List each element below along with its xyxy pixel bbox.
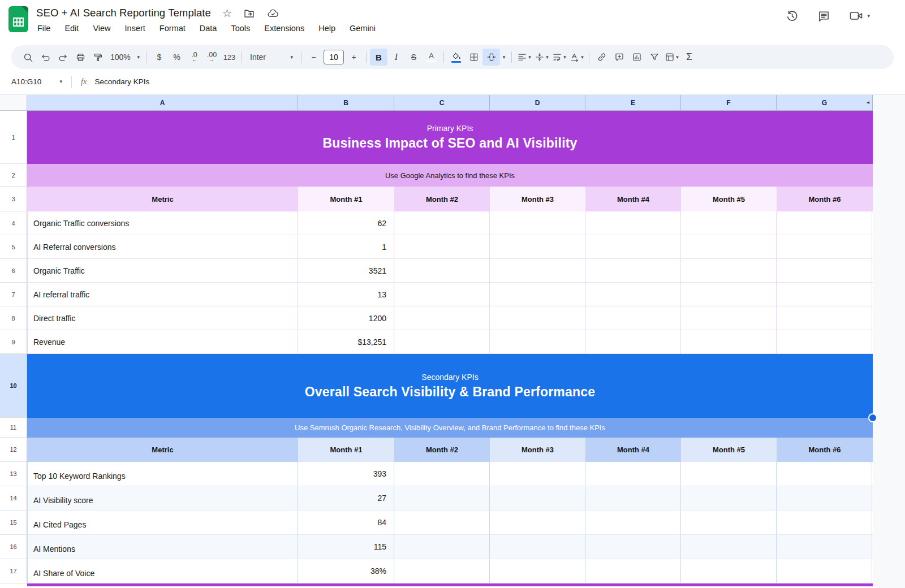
star-icon[interactable]: ☆: [222, 8, 232, 19]
metric-cell[interactable]: Organic Traffic: [27, 259, 298, 282]
header-cell-month5[interactable]: Month #5: [681, 187, 777, 211]
row-header-4[interactable]: 4: [0, 211, 27, 235]
column-header-c[interactable]: C: [394, 95, 490, 111]
menu-file[interactable]: File: [37, 24, 50, 33]
empty-cells[interactable]: [394, 486, 873, 510]
header-cell-month1[interactable]: Month #1: [298, 187, 394, 211]
bold-button[interactable]: B: [370, 49, 387, 66]
menu-edit[interactable]: Edit: [64, 24, 79, 33]
header-cell-metric[interactable]: Metric: [27, 438, 298, 462]
row-header-14[interactable]: 14: [0, 486, 27, 511]
menu-gemini[interactable]: Gemini: [350, 24, 376, 33]
selection-fill-handle[interactable]: [869, 414, 876, 421]
font-size-input[interactable]: 10: [324, 50, 344, 64]
decrease-decimal-button[interactable]: .0←: [186, 49, 203, 66]
menu-extensions[interactable]: Extensions: [264, 24, 304, 33]
text-wrap-button[interactable]: ▾: [550, 49, 568, 66]
menu-tools[interactable]: Tools: [231, 24, 250, 33]
insert-chart-button[interactable]: [628, 49, 645, 66]
merge-options-caret[interactable]: ▾: [500, 49, 508, 66]
menu-insert[interactable]: Insert: [125, 24, 145, 33]
column-header-a[interactable]: A: [27, 95, 298, 111]
value-cell[interactable]: $13,251: [298, 330, 394, 353]
empty-cells[interactable]: [394, 535, 873, 559]
metric-cell[interactable]: AI Referral conversions: [27, 235, 298, 258]
value-cell[interactable]: 1: [298, 235, 394, 258]
metric-cell[interactable]: Direct traffic: [27, 306, 298, 330]
print-button[interactable]: [72, 49, 89, 66]
value-cell[interactable]: 3521: [298, 259, 394, 282]
increase-font-size-button[interactable]: +: [345, 49, 363, 66]
row-header-5[interactable]: 5: [0, 235, 27, 259]
row-header-8[interactable]: 8: [0, 306, 27, 330]
insert-link-button[interactable]: [593, 49, 610, 66]
menu-help[interactable]: Help: [318, 24, 335, 33]
formula-input[interactable]: Secondary KPIs: [94, 77, 149, 86]
row-header-17[interactable]: 17: [0, 559, 27, 583]
format-percent-button[interactable]: %: [168, 49, 186, 66]
metric-cell[interactable]: AI referral traffic: [27, 283, 298, 306]
secondary-kpis-banner[interactable]: Secondary KPIs Overall Search Visibility…: [27, 354, 873, 418]
borders-button[interactable]: [465, 49, 482, 66]
format-currency-button[interactable]: $: [150, 49, 168, 66]
hidden-columns-indicator-icon[interactable]: ◂: [867, 100, 869, 105]
row-header-16[interactable]: 16: [0, 535, 27, 559]
paint-format-button[interactable]: [89, 49, 107, 66]
column-header-f[interactable]: F: [681, 95, 777, 111]
redo-button[interactable]: [54, 49, 72, 66]
empty-cells[interactable]: [394, 330, 873, 353]
menu-data[interactable]: Data: [200, 24, 217, 33]
metric-cell[interactable]: AI Share of Voice: [27, 559, 298, 583]
row-header-13[interactable]: 13: [0, 462, 27, 486]
insert-comment-button[interactable]: [610, 49, 628, 66]
increase-decimal-button[interactable]: .00→: [203, 49, 221, 66]
menu-view[interactable]: View: [93, 24, 110, 33]
text-rotation-button[interactable]: ▾: [568, 49, 585, 66]
italic-button[interactable]: I: [387, 49, 405, 66]
header-cell-month3[interactable]: Month #3: [490, 187, 585, 211]
zoom-select[interactable]: 100%▾: [107, 49, 143, 66]
header-cell-month4[interactable]: Month #4: [585, 438, 681, 462]
header-cell-month1[interactable]: Month #1: [298, 438, 394, 462]
move-folder-icon[interactable]: [243, 7, 255, 19]
header-cell-month4[interactable]: Month #4: [585, 187, 681, 211]
value-cell[interactable]: 84: [298, 511, 394, 534]
metric-cell[interactable]: AI Mentions: [27, 535, 298, 559]
empty-cells[interactable]: [394, 559, 873, 583]
header-cell-month2[interactable]: Month #2: [394, 187, 490, 211]
horizontal-align-button[interactable]: ▾: [515, 49, 533, 66]
header-cell-month5[interactable]: Month #5: [681, 438, 777, 462]
empty-cells[interactable]: [394, 235, 873, 258]
column-header-b[interactable]: B: [298, 95, 394, 111]
font-select[interactable]: Inter▾: [245, 49, 298, 66]
document-title[interactable]: SEO + AI Search Reporting Template: [36, 7, 211, 19]
name-box[interactable]: A10:G10 ▾: [7, 77, 67, 86]
header-cell-month2[interactable]: Month #2: [394, 438, 490, 462]
empty-cells[interactable]: [394, 511, 873, 534]
functions-button[interactable]: Σ: [680, 49, 698, 66]
metric-cell[interactable]: Top 10 Keyword Rankings: [27, 462, 298, 486]
vertical-align-button[interactable]: ▾: [533, 49, 550, 66]
row-header-15[interactable]: 15: [0, 511, 27, 535]
row-header-3[interactable]: 3: [0, 187, 27, 211]
metric-cell[interactable]: AI Visibility score: [27, 486, 298, 510]
metric-cell[interactable]: Revenue: [27, 330, 298, 353]
row-header-2[interactable]: 2: [0, 164, 27, 187]
column-header-d[interactable]: D: [490, 95, 585, 111]
video-call-button[interactable]: ▾: [849, 10, 870, 22]
empty-cells[interactable]: [394, 283, 873, 306]
header-cell-metric[interactable]: Metric: [27, 187, 298, 211]
number-format-button[interactable]: 123: [221, 49, 238, 66]
header-cell-month6[interactable]: Month #6: [777, 438, 873, 462]
value-cell[interactable]: 393: [298, 462, 394, 486]
empty-cells[interactable]: [394, 211, 873, 235]
row-header-11[interactable]: 11: [0, 418, 27, 438]
primary-kpis-banner[interactable]: Primary KPIs Business Impact of SEO and …: [27, 111, 873, 164]
column-header-g[interactable]: G ◂: [777, 95, 873, 111]
value-cell[interactable]: 38%: [298, 559, 394, 583]
fill-color-button[interactable]: [447, 49, 465, 66]
row-header-10[interactable]: 10: [0, 354, 27, 418]
comments-icon[interactable]: [817, 10, 830, 23]
select-all-corner[interactable]: [0, 95, 27, 111]
row-header-1[interactable]: 1: [0, 111, 27, 164]
